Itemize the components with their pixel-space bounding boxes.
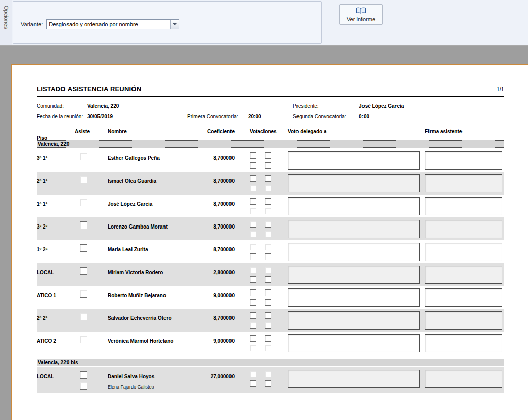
firma-asistente-box[interactable] [425, 334, 502, 352]
votacion-checkbox[interactable] [250, 299, 256, 306]
votacion-checkbox[interactable] [250, 221, 256, 228]
asiste-checkbox[interactable] [80, 244, 87, 252]
votacion-checkbox[interactable] [250, 380, 256, 387]
votacion-checkbox[interactable] [265, 289, 271, 296]
votacion-checkbox[interactable] [265, 253, 271, 260]
firma-cell [425, 217, 502, 240]
voto-delegado-box[interactable] [288, 288, 420, 307]
votaciones-grid [250, 198, 288, 214]
report-rows: Valencia, 2203º 1ªEsther Gallegos Peña8,… [37, 140, 504, 393]
votacion-checkbox[interactable] [250, 267, 256, 273]
firma-asistente-box[interactable] [425, 197, 502, 215]
asiste-checkbox[interactable] [80, 290, 87, 298]
votacion-checkbox[interactable] [250, 345, 256, 351]
votacion-checkbox[interactable] [265, 312, 271, 319]
votacion-checkbox[interactable] [250, 152, 256, 159]
firma-asistente-box[interactable] [425, 243, 502, 261]
asiste-checkbox[interactable] [80, 313, 87, 320]
asiste-checkbox[interactable] [80, 176, 87, 183]
votacion-checkbox[interactable] [250, 253, 256, 260]
segunda-convocatoria-value: 0:00 [359, 114, 369, 119]
presidente-value: José López García [359, 103, 404, 109]
asiste-checkbox[interactable] [80, 336, 87, 343]
options-panel-tab[interactable]: Opciones [0, 0, 12, 45]
nombre-cell: Lorenzo Gamboa Morant [108, 217, 191, 240]
firma-cell [425, 240, 502, 263]
variant-dropdown[interactable]: Desglosado y ordenado por nombre [46, 19, 179, 29]
asiste-checkbox[interactable] [80, 267, 87, 275]
votacion-checkbox[interactable] [250, 198, 256, 205]
asiste-checkbox[interactable] [80, 221, 87, 229]
report-title-row: LISTADO ASISTENCIA REUNIÓN 1/1 [37, 85, 504, 93]
votacion-checkbox[interactable] [250, 231, 256, 237]
votacion-checkbox[interactable] [265, 299, 271, 306]
voto-delegado-box[interactable] [288, 334, 420, 352]
dropdown-arrow-button[interactable] [170, 20, 179, 29]
votacion-checkbox[interactable] [250, 175, 256, 182]
asiste-checkbox[interactable] [80, 199, 87, 206]
piso-cell: ATICO 2 [37, 332, 75, 354]
voto-delegado-box[interactable] [288, 220, 420, 238]
votacion-checkbox[interactable] [265, 152, 271, 159]
firma-asistente-box[interactable] [425, 220, 502, 238]
firma-asistente-box[interactable] [425, 311, 502, 330]
votacion-checkbox[interactable] [250, 185, 256, 191]
asiste-cell [75, 367, 108, 393]
votacion-checkbox[interactable] [265, 276, 271, 283]
votacion-checkbox[interactable] [250, 312, 256, 319]
voto-delegado-box[interactable] [288, 151, 420, 170]
owner-name: Maria Leal Zurita [108, 247, 191, 252]
votacion-checkbox[interactable] [265, 322, 271, 329]
firma-asistente-box[interactable] [425, 370, 502, 388]
votacion-checkbox[interactable] [265, 221, 271, 228]
votacion-checkbox[interactable] [250, 276, 256, 283]
votacion-checkbox[interactable] [250, 322, 256, 329]
voto-delegado-box[interactable] [288, 174, 420, 192]
voto-delegado-cell [288, 195, 420, 217]
votaciones-cell [235, 367, 288, 393]
votacion-checkbox[interactable] [265, 198, 271, 205]
votacion-checkbox[interactable] [265, 335, 271, 342]
votacion-checkbox[interactable] [265, 162, 271, 169]
voto-delegado-box[interactable] [288, 197, 420, 215]
attendance-row: 1º 2ªMaria Leal Zurita8,700000 [37, 240, 504, 263]
voto-delegado-box[interactable] [288, 243, 420, 261]
votacion-checkbox[interactable] [250, 335, 256, 342]
votacion-checkbox[interactable] [265, 231, 271, 237]
column-header-piso: Piso [37, 128, 75, 141]
comunidad-value: Valencia, 220 [87, 103, 119, 109]
votacion-checkbox[interactable] [265, 175, 271, 182]
voto-delegado-cell [288, 240, 420, 263]
votaciones-cell [235, 332, 288, 354]
firma-asistente-box[interactable] [425, 266, 502, 284]
column-header-voto-delegado: Voto delegado a [288, 128, 420, 141]
votacion-checkbox[interactable] [265, 380, 271, 387]
asiste-checkbox[interactable] [80, 371, 87, 379]
votaciones-grid [250, 152, 288, 169]
firma-asistente-box[interactable] [425, 174, 502, 192]
voto-delegado-box[interactable] [288, 370, 420, 388]
votacion-checkbox[interactable] [265, 244, 271, 250]
voto-delegado-box[interactable] [288, 266, 420, 284]
asiste-checkbox[interactable] [80, 382, 87, 390]
firma-asistente-box[interactable] [425, 151, 502, 170]
votacion-checkbox[interactable] [265, 345, 271, 351]
coeficiente-cell: 9,000000 [191, 286, 235, 309]
votacion-checkbox[interactable] [250, 162, 256, 169]
firma-asistente-box[interactable] [425, 288, 502, 307]
voto-delegado-box[interactable] [288, 311, 420, 330]
votacion-checkbox[interactable] [250, 208, 256, 214]
view-report-button[interactable]: Ver informe [339, 4, 383, 25]
asiste-checkbox[interactable] [80, 153, 87, 160]
votacion-checkbox[interactable] [250, 244, 256, 250]
firma-cell [425, 195, 502, 217]
asiste-cell [75, 286, 108, 309]
votacion-checkbox[interactable] [265, 371, 271, 377]
votacion-checkbox[interactable] [265, 208, 271, 214]
votacion-checkbox[interactable] [265, 267, 271, 273]
asiste-cell [75, 149, 108, 172]
votacion-checkbox[interactable] [250, 289, 256, 296]
coeficiente-cell: 8,700000 [191, 240, 235, 263]
votacion-checkbox[interactable] [250, 371, 256, 377]
votacion-checkbox[interactable] [265, 185, 271, 191]
